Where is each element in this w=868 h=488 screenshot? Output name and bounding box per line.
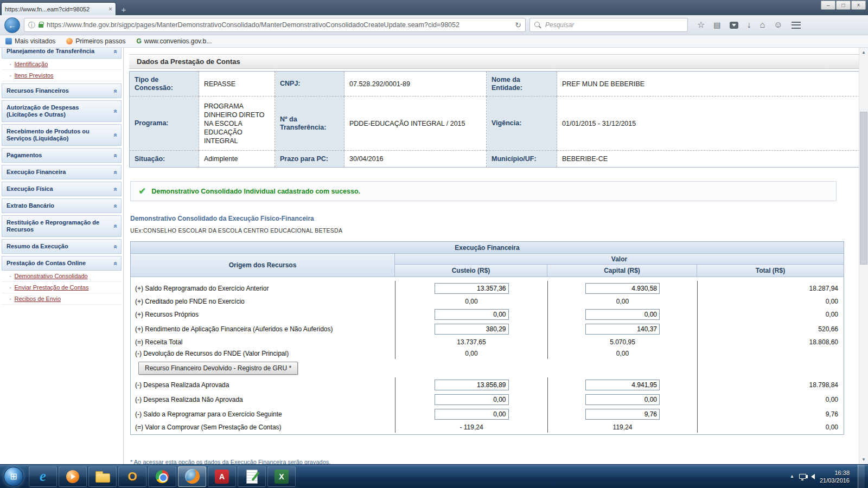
taskbar-button-firefox[interactable]: [178, 466, 206, 487]
page-title-text: Dados da Prestação de Contas: [137, 57, 240, 66]
taskbar-button-acrobat[interactable]: A: [208, 466, 236, 487]
close-button[interactable]: ×: [851, 1, 866, 10]
sidebar-section-2[interactable]: Recursos Financeiros«: [2, 84, 122, 98]
sidebar-section-8[interactable]: Extrato Bancário«: [2, 198, 122, 213]
collapse-chevron-icon[interactable]: «: [112, 153, 119, 157]
scroll-down-button[interactable]: ▼: [859, 455, 868, 464]
sidebar-section-9[interactable]: Restituição e Reprogramação de Recursos«: [2, 215, 122, 237]
capital-value: 5.070,95: [610, 338, 635, 346]
fin-cell-custeio: [395, 407, 547, 421]
bookmark-primeiros-passos[interactable]: Primeiros passos: [66, 37, 125, 45]
custeio-input[interactable]: [435, 394, 509, 405]
tray-expand-icon[interactable]: ▲: [790, 474, 794, 479]
new-tab-button[interactable]: +: [116, 4, 131, 15]
sidebar-subitem[interactable]: ▪Recibos de Envio: [2, 293, 122, 305]
sidebar-section-3[interactable]: Autorização de Despesas (Licitações e Ou…: [2, 100, 122, 122]
tab-close-icon[interactable]: ×: [108, 5, 112, 13]
bullet-icon: ▪: [10, 274, 11, 278]
sidebar-section-11[interactable]: Prestação de Contas Online«: [2, 256, 122, 271]
scroll-up-button[interactable]: ▲: [859, 48, 868, 57]
hello-smiley-icon[interactable]: ☺: [774, 21, 782, 29]
capital-input[interactable]: [585, 324, 660, 335]
taskbar-clock[interactable]: 16:38 21/03/2016: [820, 469, 850, 484]
collapse-chevron-icon[interactable]: «: [112, 245, 119, 248]
bookmarks-panel-icon[interactable]: ▤: [713, 21, 720, 29]
minimize-button[interactable]: –: [821, 1, 835, 10]
search-input[interactable]: [545, 21, 683, 29]
bookmark-mais-visitados[interactable]: Mais visitados: [5, 37, 55, 45]
sidebar-section-4[interactable]: Recebimento de Produtos ou Serviços (Liq…: [2, 124, 122, 146]
sidebar-section-1[interactable]: Planejamento de Transferência«: [2, 48, 122, 59]
sidebar-section-label: Execução Financeira: [7, 169, 66, 175]
sidebar-subitem[interactable]: ▪Identificação: [2, 59, 122, 70]
total-value: 9,76: [826, 410, 838, 418]
sidebar-section-5[interactable]: Pagamentos«: [2, 148, 122, 163]
custeio-input[interactable]: [435, 324, 509, 335]
page-info-icon[interactable]: ⓘ: [28, 22, 35, 29]
pocket-icon[interactable]: [730, 22, 738, 29]
sidebar-section-7[interactable]: Execução Física«: [2, 182, 122, 196]
menu-icon[interactable]: [792, 22, 801, 29]
reload-icon[interactable]: ↻: [515, 21, 521, 29]
sidebar-subitem[interactable]: ▪Enviar Prestação de Contas: [2, 282, 122, 293]
custeio-input[interactable]: [435, 309, 509, 320]
back-button[interactable]: ←: [4, 17, 20, 33]
capital-input[interactable]: [585, 409, 660, 420]
taskbar-button-chrome[interactable]: [148, 466, 176, 487]
fin-table-body: (+) Saldo Reprogramado do Exercício Ante…: [131, 277, 844, 434]
sidebar-link[interactable]: Identificação: [14, 61, 48, 67]
vertical-scrollbar[interactable]: ▲ ▼: [859, 48, 868, 464]
capital-input[interactable]: [585, 283, 660, 294]
taskbar-button-internet-explorer[interactable]: e: [29, 466, 57, 487]
sidebar-subitem[interactable]: ▪Itens Previstos: [2, 70, 122, 81]
capital-input[interactable]: [585, 394, 660, 405]
taskbar-button-excel[interactable]: X: [267, 466, 296, 487]
fin-cell-capital: [547, 307, 697, 322]
browser-tab[interactable]: https://www.fn...eam?cid=98052 ×: [1, 2, 116, 15]
collapse-chevron-icon[interactable]: «: [112, 261, 119, 265]
collapse-chevron-icon[interactable]: «: [112, 89, 119, 93]
taskbar-button-folder[interactable]: [88, 466, 117, 487]
capital-input[interactable]: [585, 380, 660, 390]
url-input[interactable]: [47, 21, 512, 29]
start-button[interactable]: ⊞: [4, 467, 23, 486]
volume-icon[interactable]: [811, 474, 815, 479]
bookmark-star-icon[interactable]: ☆: [697, 21, 705, 29]
custeio-input[interactable]: [435, 409, 509, 420]
collapse-chevron-icon[interactable]: «: [112, 187, 119, 191]
gru-register-button[interactable]: Recurso Financeiro Devolvido - Registro …: [138, 362, 298, 375]
clock-date: 21/03/2016: [820, 477, 850, 484]
main-content: Dados da Prestação de Contas Tipo de Con…: [124, 48, 868, 464]
sidebar-link[interactable]: Enviar Prestação de Contas: [14, 284, 88, 291]
downloads-icon[interactable]: ↓: [747, 21, 751, 29]
collapse-chevron-icon[interactable]: «: [112, 170, 119, 174]
collapse-chevron-icon[interactable]: «: [112, 49, 119, 53]
collapse-chevron-icon[interactable]: «: [112, 110, 119, 113]
sidebar-link[interactable]: Recibos de Envio: [14, 296, 61, 302]
tipo-concessao-label: Tipo de Concessão:: [130, 72, 199, 97]
capital-input[interactable]: [585, 309, 660, 320]
search-bar[interactable]: [529, 18, 688, 32]
maximize-button[interactable]: □: [836, 1, 851, 10]
sidebar-section-6[interactable]: Execução Financeira«: [2, 165, 122, 179]
fin-table-row: (+) Rendimento de Aplicação Financeira (…: [131, 322, 844, 336]
collapse-chevron-icon[interactable]: «: [112, 204, 119, 208]
custeio-input[interactable]: [435, 283, 509, 294]
sidebar-link[interactable]: Itens Previstos: [14, 72, 53, 79]
home-icon[interactable]: ⌂: [760, 21, 765, 29]
sidebar-section-10[interactable]: Resumo da Execução«: [2, 239, 122, 254]
url-bar[interactable]: ⓘ ↻: [24, 18, 526, 32]
scrollbar-thumb[interactable]: [860, 112, 867, 265]
sidebar-subitem[interactable]: ▪Demonstrativo Consolidado: [2, 271, 122, 282]
taskbar-button-media-player[interactable]: [59, 466, 87, 487]
collapse-chevron-icon[interactable]: «: [112, 224, 119, 228]
taskbar-button-outlook[interactable]: O: [118, 466, 146, 487]
taskbar-button-editor[interactable]: [238, 466, 266, 487]
custeio-input[interactable]: [435, 380, 509, 390]
sidebar-link[interactable]: Demonstrativo Consolidado: [14, 273, 87, 279]
https-lock-icon[interactable]: [39, 24, 43, 28]
collapse-chevron-icon[interactable]: «: [112, 133, 119, 137]
bookmark-convenios[interactable]: G www.convenios.gov.b...: [136, 37, 212, 45]
custeio-value: 0,00: [465, 298, 477, 305]
show-desktop-button[interactable]: [858, 465, 865, 488]
